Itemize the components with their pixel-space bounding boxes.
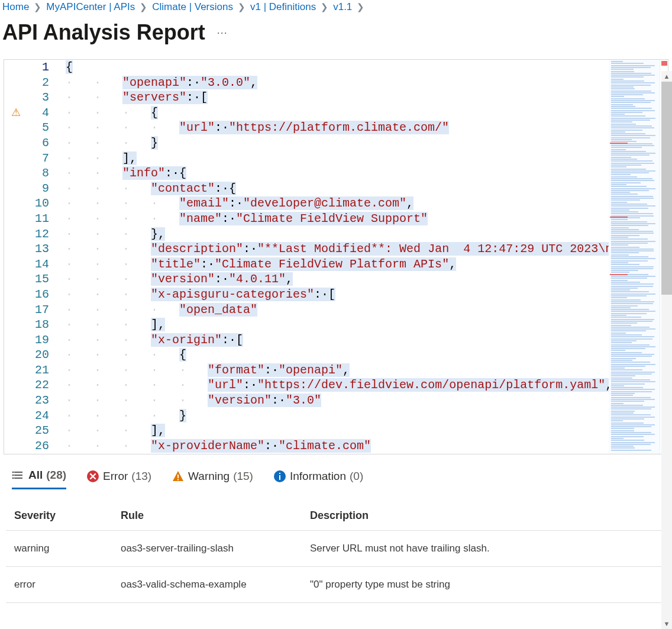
editor-minimap[interactable]	[609, 60, 660, 454]
svg-rect-8	[177, 479, 179, 480]
svg-point-5	[13, 478, 14, 479]
col-severity[interactable]: Severity	[6, 501, 112, 531]
page-scrollbar[interactable]: ▲ ▼	[661, 71, 672, 629]
warning-triangle-icon	[172, 470, 185, 483]
warning-triangle-icon[interactable]: ⚠	[11, 106, 21, 119]
editor-content[interactable]: {· · "openapi":·"3.0.0",· · "servers":·[…	[66, 60, 609, 454]
cell-severity: warning	[6, 531, 112, 567]
svg-point-3	[13, 472, 14, 473]
table-row[interactable]: warningoas3-server-trailing-slashServer …	[6, 531, 666, 567]
breadcrumb-link[interactable]: v1.1	[333, 1, 352, 13]
breadcrumb: Home ❯ MyAPICenter | APIs ❯ Climate | Ve…	[0, 0, 672, 18]
col-rule[interactable]: Rule	[112, 501, 302, 531]
breadcrumb-link[interactable]: Climate | Versions	[152, 1, 233, 13]
tab-count: (13)	[131, 470, 151, 483]
code-editor[interactable]: ⚠ 12345678910111213141516171819202122232…	[4, 59, 668, 454]
tab-error[interactable]: Error (13)	[86, 470, 151, 489]
cell-rule: oas3-server-trailing-slash	[112, 531, 302, 567]
cell-description: "0" property type must be string	[302, 567, 666, 603]
results-table: Severity Rule Description warningoas3-se…	[6, 501, 666, 603]
table-row[interactable]: erroroas3-valid-schema-example"0" proper…	[6, 567, 666, 603]
results-tabs: All (28) Error (13) Warning (15) Informa…	[0, 454, 672, 489]
scroll-down-icon[interactable]: ▼	[661, 618, 672, 629]
tab-count: (0)	[350, 470, 363, 483]
svg-rect-10	[279, 475, 280, 480]
page-title: API Analysis Report	[2, 20, 205, 45]
tab-all[interactable]: All (28)	[12, 469, 66, 489]
breadcrumb-link[interactable]: MyAPICenter | APIs	[46, 1, 135, 13]
editor-glyph-margin: ⚠	[4, 60, 22, 454]
error-circle-icon	[86, 470, 99, 483]
tab-information[interactable]: Information (0)	[273, 470, 363, 489]
svg-rect-11	[279, 473, 280, 474]
results-table-wrap: Severity Rule Description warningoas3-se…	[0, 489, 672, 603]
cell-description: Server URL must not have trailing slash.	[302, 531, 666, 567]
chevron-right-icon: ❯	[34, 2, 41, 12]
tab-label: Error	[103, 470, 128, 483]
page-header: API Analysis Report ···	[0, 18, 672, 59]
tab-count: (28)	[46, 469, 66, 482]
chevron-right-icon: ❯	[357, 2, 364, 12]
tab-label: All	[28, 469, 43, 482]
tab-label: Warning	[188, 470, 230, 483]
breadcrumb-link[interactable]: v1 | Definitions	[250, 1, 316, 13]
more-actions-button[interactable]: ···	[217, 27, 228, 39]
tab-label: Information	[290, 470, 346, 483]
editor-line-numbers: 1234567891011121314151617181920212223242…	[22, 60, 66, 454]
cell-severity: error	[6, 567, 112, 603]
breadcrumb-link[interactable]: Home	[2, 1, 29, 13]
info-circle-icon	[273, 470, 286, 483]
chevron-right-icon: ❯	[321, 2, 328, 12]
svg-rect-7	[177, 475, 179, 478]
col-description[interactable]: Description	[302, 501, 666, 531]
cell-rule: oas3-valid-schema-example	[112, 567, 302, 603]
scroll-track[interactable]	[661, 82, 672, 618]
tab-warning[interactable]: Warning (15)	[172, 470, 253, 489]
svg-point-4	[13, 475, 14, 476]
scroll-thumb[interactable]	[661, 82, 672, 295]
tab-count: (15)	[233, 470, 253, 483]
list-icon	[12, 469, 25, 482]
scroll-up-icon[interactable]: ▲	[661, 71, 672, 82]
chevron-right-icon: ❯	[238, 2, 245, 12]
chevron-right-icon: ❯	[140, 2, 147, 12]
